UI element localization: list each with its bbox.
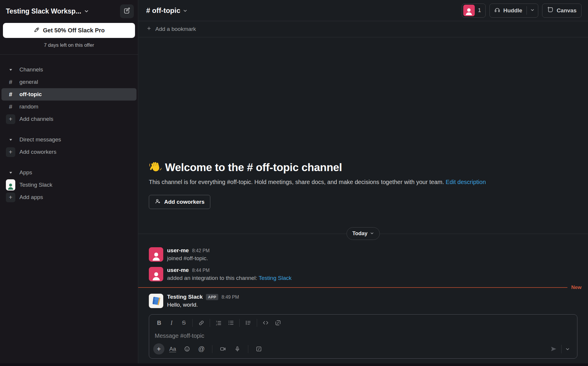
shortcuts-button[interactable] [253, 343, 265, 355]
section-gap [0, 125, 138, 133]
message-timestamp[interactable]: 8:42 PM [192, 248, 210, 253]
emoji-button[interactable] [181, 343, 193, 355]
huddle-options-button[interactable] [527, 8, 538, 13]
message-text: added an integration to this channel: [167, 275, 259, 281]
welcome-heading: Welcome to the # off-topic channel [149, 161, 577, 174]
welcome-title-text: Welcome to the # off-topic channel [165, 161, 342, 174]
channel-title: # off-topic [146, 6, 180, 15]
user-avatar[interactable] [149, 247, 163, 262]
add-bookmark-button[interactable]: Add a bookmark [138, 21, 588, 37]
user-avatar[interactable] [149, 267, 163, 281]
svg-text:2: 2 [216, 323, 217, 326]
offer-countdown-text: 7 days left on this offer [3, 42, 135, 48]
date-divider-label: Today [352, 230, 368, 237]
edit-description-link[interactable]: Edit description [446, 179, 486, 185]
channel-title-button[interactable]: # off-topic [146, 6, 187, 15]
plus-icon: + [6, 193, 15, 202]
canvas-button[interactable]: Canvas [542, 4, 582, 18]
formatting-toggle-button[interactable]: Aa [166, 343, 179, 355]
app-message-avatar[interactable] [149, 294, 163, 308]
message-input[interactable] [155, 332, 572, 339]
new-messages-label: New [571, 285, 582, 290]
channel-label: random [19, 103, 38, 110]
workspace-header: Testing Slack Worksp... [0, 0, 138, 22]
message-author[interactable]: Testing Slack [167, 294, 203, 300]
attach-button[interactable]: + [153, 343, 164, 355]
app-label: Testing Slack [19, 182, 52, 188]
new-message-button[interactable] [120, 4, 134, 18]
channel-label: general [19, 79, 38, 85]
rocket-icon [33, 26, 40, 34]
add-apps-button[interactable]: + Add apps [0, 191, 138, 203]
plus-icon: + [6, 114, 15, 124]
sidebar-item-channel-off-topic[interactable]: # off-topic [1, 88, 136, 101]
app-badge: APP [206, 294, 218, 300]
channels-section-header[interactable]: Channels [0, 63, 138, 76]
message-list: user-me 8:42 PM joined #off-topic. user-… [138, 240, 588, 311]
audio-clip-button[interactable] [231, 343, 244, 355]
main-panel: # off-topic 1 Huddle [138, 0, 588, 363]
video-clip-button[interactable] [217, 343, 229, 355]
add-coworkers-channel-button[interactable]: Add coworkers [149, 195, 210, 209]
composer-actions-toolbar: + Aa @ [149, 340, 577, 358]
toolbar-divider [248, 345, 248, 353]
add-coworkers-button-label: Add coworkers [164, 199, 204, 205]
message-row[interactable]: user-me 8:44 PM added an integration to … [138, 264, 588, 284]
integration-link[interactable]: Testing Slack [259, 275, 291, 281]
send-divider [561, 345, 562, 353]
direct-messages-label: Direct messages [19, 136, 61, 143]
chevron-down-icon [370, 230, 374, 237]
bullet-list-button[interactable] [225, 317, 237, 328]
bold-button[interactable]: B [153, 317, 165, 328]
code-block-button[interactable] [272, 317, 284, 328]
ordered-list-button[interactable]: 12 [212, 317, 225, 328]
add-coworkers-button[interactable]: + Add coworkers [0, 146, 138, 158]
message-author[interactable]: user-me [167, 247, 189, 254]
canvas-label: Canvas [557, 7, 577, 14]
toolbar-divider [192, 319, 193, 327]
huddle-button[interactable]: Huddle [490, 7, 527, 14]
schedule-send-button[interactable] [563, 343, 572, 355]
sidebar-nav: Channels # general # off-topic # random … [0, 55, 138, 203]
sidebar-item-channel-general[interactable]: # general [0, 76, 138, 88]
member-count: 1 [478, 7, 481, 14]
apps-section-header[interactable]: Apps [0, 166, 138, 179]
toolbar-divider [257, 319, 257, 327]
workspace-name: Testing Slack Worksp... [6, 7, 81, 15]
mention-button[interactable]: @ [195, 343, 208, 355]
message-text: Hello, world. [167, 302, 239, 308]
send-button[interactable] [547, 343, 560, 355]
add-channels-button[interactable]: + Add channels [0, 113, 138, 125]
new-messages-divider: New [138, 285, 588, 290]
chevron-down-icon [84, 7, 89, 15]
new-messages-line [138, 287, 567, 288]
chevron-down-icon [530, 8, 534, 13]
italic-button[interactable]: I [165, 317, 178, 328]
link-button[interactable] [195, 317, 207, 328]
direct-messages-section-header[interactable]: Direct messages [0, 133, 138, 146]
message-author[interactable]: user-me [167, 267, 189, 273]
add-apps-label: Add apps [19, 194, 43, 200]
hash-icon: # [6, 91, 15, 98]
sidebar-item-app-testing-slack[interactable]: Testing Slack [0, 179, 138, 191]
get-slack-pro-button[interactable]: Get 50% Off Slack Pro [3, 23, 135, 38]
plus-icon: + [6, 147, 15, 157]
message-timestamp[interactable]: 8:44 PM [192, 268, 210, 273]
code-button[interactable] [259, 317, 272, 328]
caret-down-icon [6, 171, 15, 175]
hash-icon: # [6, 103, 15, 110]
blockquote-button[interactable] [242, 317, 254, 328]
send-area [547, 343, 573, 355]
message-composer: B I S 12 [149, 314, 577, 359]
sidebar-item-channel-random[interactable]: # random [0, 101, 138, 113]
workspace-switcher[interactable]: Testing Slack Worksp... [6, 7, 89, 15]
compose-icon [123, 7, 131, 16]
strikethrough-button[interactable]: S [178, 317, 190, 328]
member-count-button[interactable]: 1 [462, 4, 486, 18]
channels-section-label: Channels [19, 66, 43, 73]
message-timestamp[interactable]: 8:49 PM [221, 295, 239, 300]
date-divider-button[interactable]: Today [347, 227, 380, 240]
message-row[interactable]: Testing Slack APP 8:49 PM Hello, world. [138, 291, 588, 311]
caret-down-icon [6, 138, 15, 142]
message-row[interactable]: user-me 8:42 PM joined #off-topic. [138, 245, 588, 264]
